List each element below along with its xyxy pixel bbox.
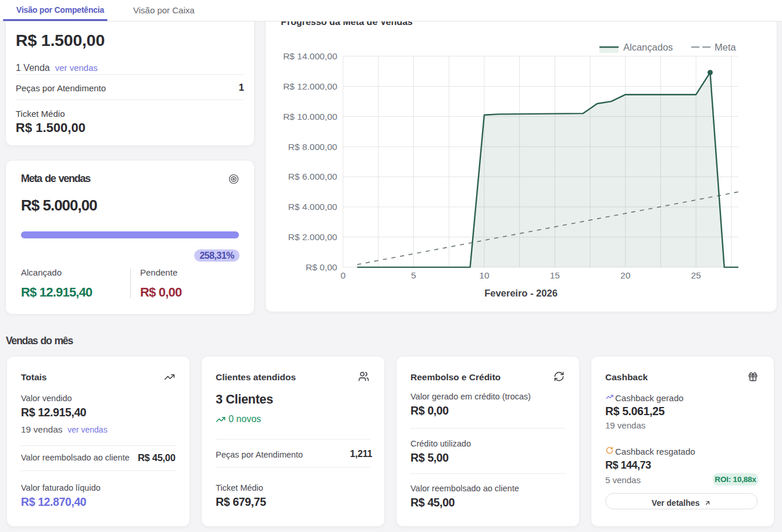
svg-text:R$ 6.000,00: R$ 6.000,00 bbox=[288, 172, 338, 181]
svg-text:R$ 8.000,00: R$ 8.000,00 bbox=[288, 142, 338, 152]
svg-text:20: 20 bbox=[620, 270, 631, 280]
svg-text:R$ 2.000,00: R$ 2.000,00 bbox=[288, 232, 338, 242]
svg-text:R$ 4.000,00: R$ 4.000,00 bbox=[288, 202, 338, 212]
svg-text:5: 5 bbox=[411, 270, 416, 280]
svg-text:R$ 10.000,00: R$ 10.000,00 bbox=[283, 112, 337, 122]
svg-text:25: 25 bbox=[691, 270, 701, 280]
svg-text:15: 15 bbox=[550, 270, 560, 280]
svg-text:Meta: Meta bbox=[715, 42, 737, 52]
svg-text:Fevereiro - 2026: Fevereiro - 2026 bbox=[484, 288, 558, 298]
svg-text:0: 0 bbox=[341, 270, 346, 280]
svg-text:R$ 0,00: R$ 0,00 bbox=[306, 262, 338, 272]
svg-text:R$ 12.000,00: R$ 12.000,00 bbox=[283, 81, 337, 91]
svg-text:R$ 14.000,00: R$ 14.000,00 bbox=[283, 51, 337, 61]
svg-text:10: 10 bbox=[479, 270, 490, 280]
svg-text:Alcançados: Alcançados bbox=[623, 42, 673, 52]
